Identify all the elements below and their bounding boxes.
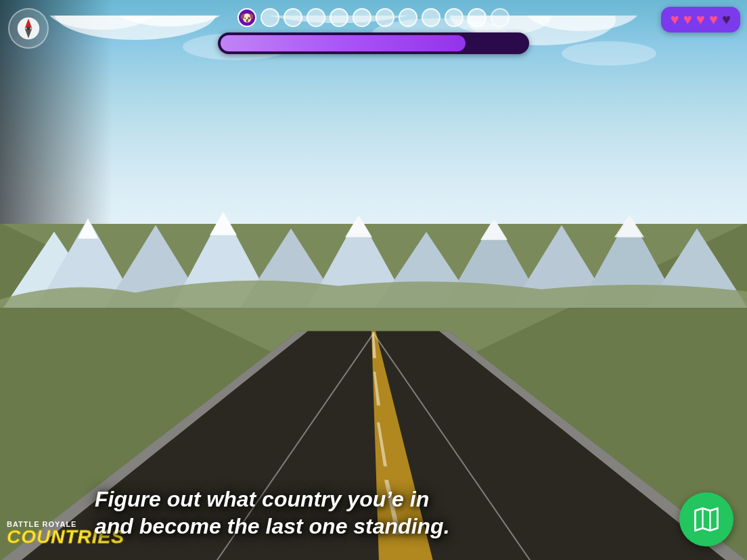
heart-4: ♥ bbox=[709, 12, 718, 27]
heart-1: ♥ bbox=[671, 12, 679, 27]
player-dot-3 bbox=[284, 8, 302, 27]
progress-bar-container bbox=[218, 32, 529, 54]
svg-marker-32 bbox=[480, 218, 507, 240]
map-icon bbox=[692, 505, 721, 534]
players-row: 🐶 bbox=[237, 8, 510, 27]
svg-marker-29 bbox=[78, 218, 98, 239]
progress-bar-fill bbox=[221, 35, 466, 51]
player-dot-9 bbox=[422, 8, 440, 27]
player-dot-12 bbox=[491, 8, 510, 27]
top-bar: 🐶 bbox=[0, 0, 747, 54]
tagline-line2: and become the last one standing. bbox=[95, 514, 450, 538]
player-dot-5 bbox=[330, 8, 348, 27]
tagline-text: Figure out what country you’e in and bec… bbox=[95, 486, 666, 540]
player-dot-6 bbox=[353, 8, 371, 27]
svg-marker-30 bbox=[210, 212, 237, 235]
player-avatar-1: 🐶 bbox=[237, 8, 256, 27]
map-button[interactable] bbox=[679, 492, 733, 546]
heart-2: ♥ bbox=[683, 12, 692, 27]
heart-5: ♥ bbox=[722, 12, 731, 27]
player-dot-4 bbox=[307, 8, 325, 27]
mountain-range bbox=[0, 196, 747, 308]
player-dot-8 bbox=[399, 8, 417, 27]
player-dot-11 bbox=[468, 8, 486, 27]
tagline-line1: Figure out what country you’e in bbox=[95, 487, 429, 511]
tagline-container: Figure out what country you’e in and bec… bbox=[95, 486, 666, 540]
heart-3: ♥ bbox=[696, 12, 705, 27]
player-dot-10 bbox=[445, 8, 463, 27]
svg-marker-33 bbox=[614, 215, 644, 237]
lives-container: ♥ ♥ ♥ ♥ ♥ bbox=[661, 7, 740, 32]
player-dot-7 bbox=[376, 8, 394, 27]
svg-marker-31 bbox=[345, 215, 372, 237]
player-dot-2 bbox=[261, 8, 279, 27]
